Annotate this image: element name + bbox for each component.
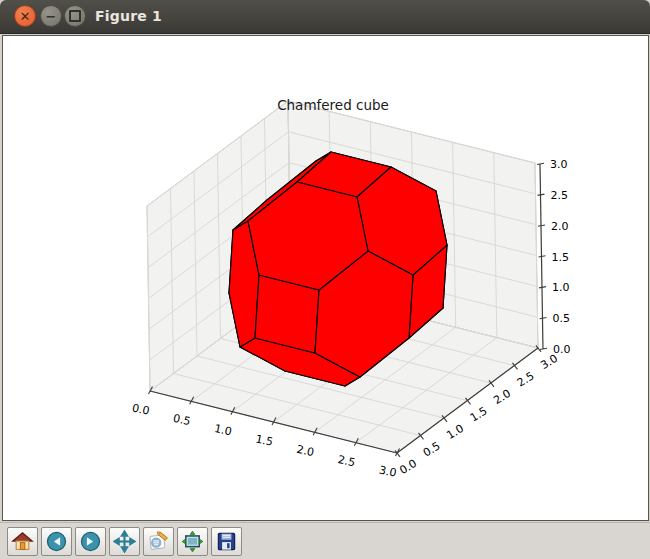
pan-button[interactable]	[109, 527, 140, 556]
z-tick-mark	[539, 317, 546, 318]
close-button[interactable]: ✕	[14, 5, 36, 27]
forward-icon	[79, 530, 102, 553]
y-tick-label: 0.0	[397, 457, 419, 477]
fullscreen-icon	[181, 530, 204, 553]
x-tick-label: 2.0	[295, 443, 315, 459]
navigation-toolbar	[0, 522, 650, 559]
maximize-button[interactable]	[64, 5, 86, 27]
z-tick-label: 2.0	[551, 220, 569, 233]
z-tick-label: 3.0	[550, 158, 568, 171]
z-tick-label: 1.5	[551, 251, 569, 264]
z-tick-mark	[540, 348, 547, 349]
save-button[interactable]	[211, 527, 242, 556]
edit-button[interactable]	[143, 527, 174, 556]
z-tick-mark	[537, 194, 544, 195]
save-icon	[215, 530, 238, 553]
z-tick-label: 0.0	[553, 343, 571, 356]
forward-button[interactable]	[75, 527, 106, 556]
x-tick-label: 0.5	[172, 412, 192, 428]
window-title: Figure 1	[95, 0, 162, 33]
z-tick-label: 2.5	[550, 189, 568, 202]
x-tick-label: 1.5	[254, 432, 274, 448]
titlebar[interactable]: ✕ − Figure 1	[0, 0, 650, 34]
minimize-button[interactable]: −	[40, 5, 62, 27]
close-icon: ✕	[20, 9, 31, 24]
home-icon	[11, 530, 34, 553]
z-tick-label: 1.0	[552, 281, 570, 294]
back-button[interactable]	[41, 527, 72, 556]
y-tick-label: 1.0	[444, 422, 466, 442]
z-tick-mark	[539, 287, 546, 288]
fullscreen-button[interactable]	[177, 527, 208, 556]
plot-title: Chamfered cube	[277, 97, 389, 113]
z-tick-label: 0.5	[552, 312, 570, 325]
edit-icon	[147, 530, 170, 553]
back-icon	[45, 530, 68, 553]
figure-canvas[interactable]: 0.00.00.00.50.50.51.01.01.01.51.51.52.02…	[2, 35, 649, 521]
y-tick-label: 2.0	[491, 387, 513, 407]
minimize-icon: −	[46, 9, 57, 24]
pan-icon	[113, 530, 136, 553]
z-tick-mark	[538, 256, 545, 257]
maximize-icon	[69, 10, 81, 22]
y-tick-label: 2.5	[515, 369, 537, 389]
x-tick-label: 2.5	[337, 453, 357, 469]
figure-window: ✕ − Figure 1 0.00.00.00.50.50.51.01.01.0…	[0, 0, 650, 559]
x-tick-label: 3.0	[378, 463, 398, 479]
y-tick-label: 0.5	[421, 439, 443, 459]
x-tick-label: 0.0	[131, 401, 151, 417]
plot-3d-axes[interactable]: 0.00.00.00.50.50.51.01.01.01.51.51.52.02…	[3, 36, 648, 520]
z-tick-mark	[537, 163, 544, 164]
y-tick-label: 1.5	[468, 404, 490, 424]
z-tick-mark	[538, 225, 545, 226]
home-button[interactable]	[7, 527, 38, 556]
x-tick-label: 1.0	[213, 422, 233, 438]
